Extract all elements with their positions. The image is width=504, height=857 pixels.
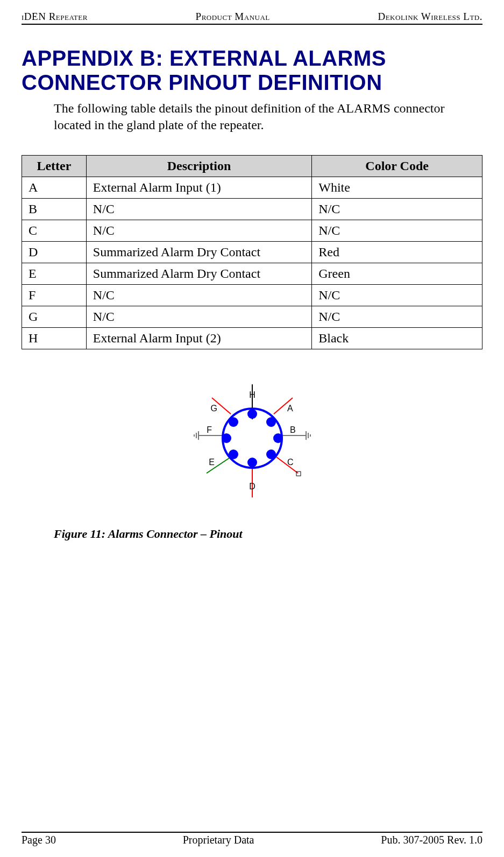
header-description: Description bbox=[86, 156, 311, 177]
footer-proprietary: Proprietary Data bbox=[56, 834, 381, 846]
cell-desc: Summarized Alarm Dry Contact bbox=[86, 263, 311, 285]
cell-color: Green bbox=[312, 263, 482, 285]
table-header-row: Letter Description Color Code bbox=[22, 156, 482, 177]
title-line-1: APPENDIX B: EXTERNAL ALARMS bbox=[22, 46, 386, 70]
cell-letter: C bbox=[22, 220, 87, 242]
svg-point-23 bbox=[229, 417, 238, 427]
connector-figure: H A B C D E F G bbox=[22, 382, 482, 505]
cell-color: N/C bbox=[312, 199, 482, 220]
svg-point-22 bbox=[222, 433, 231, 443]
table-row: D Summarized Alarm Dry Contact Red bbox=[22, 242, 482, 263]
connector-diagram-icon: H A B C D E F G bbox=[182, 382, 322, 505]
cell-letter: G bbox=[22, 306, 87, 328]
cell-desc: Summarized Alarm Dry Contact bbox=[86, 242, 311, 263]
pin-label-f: F bbox=[207, 425, 212, 434]
cell-color: N/C bbox=[312, 220, 482, 242]
pin-label-d: D bbox=[249, 482, 255, 491]
svg-point-18 bbox=[273, 433, 283, 443]
pinout-table: Letter Description Color Code A External… bbox=[22, 155, 482, 349]
appendix-title: APPENDIX B: EXTERNAL ALARMS CONNECTOR PI… bbox=[22, 46, 482, 95]
table-row: C N/C N/C bbox=[22, 220, 482, 242]
table-row: G N/C N/C bbox=[22, 306, 482, 328]
cell-desc: N/C bbox=[86, 199, 311, 220]
pin-label-e: E bbox=[209, 458, 215, 467]
pin-label-c: C bbox=[287, 458, 294, 467]
cell-color: N/C bbox=[312, 285, 482, 306]
svg-point-19 bbox=[266, 449, 276, 459]
svg-point-16 bbox=[247, 409, 257, 419]
header-color-code: Color Code bbox=[312, 156, 482, 177]
cell-desc: External Alarm Input (1) bbox=[86, 177, 311, 199]
cell-letter: F bbox=[22, 285, 87, 306]
svg-point-20 bbox=[247, 458, 257, 467]
svg-point-17 bbox=[266, 417, 276, 427]
pin-label-g: G bbox=[210, 404, 217, 413]
title-line-2: CONNECTOR PINOUT DEFINITION bbox=[22, 71, 382, 94]
header-center: Product Manual bbox=[88, 11, 378, 23]
header-left: iDEN Repeater bbox=[22, 11, 88, 23]
table-row: H External Alarm Input (2) Black bbox=[22, 328, 482, 349]
intro-paragraph: The following table details the pinout d… bbox=[54, 100, 482, 134]
pin-label-a: A bbox=[287, 404, 293, 413]
cell-letter: A bbox=[22, 177, 87, 199]
table-row: F N/C N/C bbox=[22, 285, 482, 306]
cell-color: Red bbox=[312, 242, 482, 263]
cell-color: Black bbox=[312, 328, 482, 349]
cell-color: N/C bbox=[312, 306, 482, 328]
pin-label-h: H bbox=[249, 390, 255, 399]
footer-pub: Pub. 307-2005 Rev. 1.0 bbox=[381, 834, 482, 846]
cell-desc: N/C bbox=[86, 220, 311, 242]
cell-desc: External Alarm Input (2) bbox=[86, 328, 311, 349]
cell-letter: B bbox=[22, 199, 87, 220]
cell-desc: N/C bbox=[86, 306, 311, 328]
table-row: A External Alarm Input (1) White bbox=[22, 177, 482, 199]
footer-page: Page 30 bbox=[22, 834, 56, 846]
cell-letter: E bbox=[22, 263, 87, 285]
cell-color: White bbox=[312, 177, 482, 199]
table-row: E Summarized Alarm Dry Contact Green bbox=[22, 263, 482, 285]
pin-label-b: B bbox=[290, 425, 296, 434]
header-letter: Letter bbox=[22, 156, 87, 177]
svg-point-21 bbox=[229, 449, 238, 459]
header-right: Dekolink Wireless Ltd. bbox=[378, 11, 482, 23]
cell-letter: D bbox=[22, 242, 87, 263]
figure-caption: Figure 11: Alarms Connector – Pinout bbox=[54, 527, 482, 541]
table-row: B N/C N/C bbox=[22, 199, 482, 220]
page-header: iDEN Repeater Product Manual Dekolink Wi… bbox=[22, 11, 482, 25]
cell-letter: H bbox=[22, 328, 87, 349]
page-footer: Page 30 Proprietary Data Pub. 307-2005 R… bbox=[22, 832, 482, 846]
cell-desc: N/C bbox=[86, 285, 311, 306]
